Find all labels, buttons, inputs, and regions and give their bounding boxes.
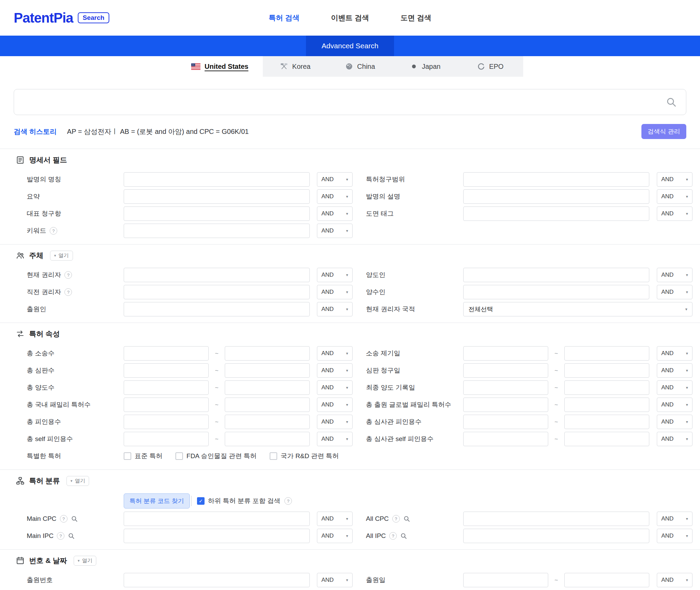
find-classification-code-button[interactable]: 특허 분류 코드 찾기 [124,493,190,509]
range-input-max[interactable] [564,398,649,412]
range-input-max[interactable] [225,398,310,412]
range-input-max[interactable] [564,346,649,361]
special-patent-checkbox[interactable]: 국가 R&D 관련 특허 [270,452,339,461]
range-input-min[interactable] [463,573,548,587]
range-input-max[interactable] [225,432,310,446]
search-icon[interactable] [666,97,677,108]
range-input-min[interactable] [124,415,209,429]
boolean-operator-select[interactable]: AND▾ [657,189,692,204]
range-input-min[interactable] [463,363,548,378]
boolean-operator-select[interactable]: AND▾ [317,432,353,446]
range-input-max[interactable] [564,363,649,378]
help-icon[interactable]: ? [392,515,400,523]
text-input[interactable] [124,285,310,299]
range-input-max[interactable] [564,415,649,429]
range-input-min[interactable] [124,432,209,446]
boolean-operator-select[interactable]: AND▾ [657,573,692,587]
find-code-search-icon[interactable] [400,532,407,539]
boolean-operator-select[interactable]: AND▾ [657,415,692,429]
range-input-max[interactable] [564,432,649,446]
main-search-input[interactable] [14,89,686,115]
range-input-max[interactable] [564,573,649,587]
advanced-search-tab[interactable]: Advanced Search [306,36,394,56]
boolean-operator-select[interactable]: AND▾ [317,573,353,587]
patentpia-logo[interactable]: PatentPia [14,10,73,26]
boolean-operator-select[interactable]: AND▾ [317,346,353,361]
text-input[interactable] [124,189,310,204]
text-input[interactable] [463,172,649,187]
boolean-operator-select[interactable]: AND▾ [657,346,692,361]
help-icon[interactable]: ? [64,288,72,296]
nav-item-0[interactable]: 특허 검색 [269,13,299,23]
boolean-operator-select[interactable]: AND▾ [657,268,692,282]
range-input-max[interactable] [225,363,310,378]
range-input-min[interactable] [124,398,209,412]
country-tab-korea[interactable]: Korea [263,56,328,77]
boolean-operator-select[interactable]: AND▾ [317,285,353,299]
boolean-operator-select[interactable]: AND▾ [657,206,692,221]
boolean-operator-select[interactable]: AND▾ [317,512,353,526]
boolean-operator-select[interactable]: AND▾ [317,363,353,378]
text-input[interactable] [463,189,649,204]
boolean-operator-select[interactable]: AND▾ [317,206,353,221]
find-code-search-icon[interactable] [68,532,75,539]
country-tab-japan[interactable]: Japan [393,56,458,77]
manage-search-queries-button[interactable]: 검색식 관리 [641,124,686,139]
range-input-min[interactable] [124,380,209,395]
section-open-toggle[interactable]: ▾열기 [50,251,73,261]
boolean-operator-select[interactable]: AND▾ [317,172,353,187]
boolean-operator-select[interactable]: AND▾ [657,380,692,395]
boolean-operator-select[interactable]: AND▾ [317,529,353,543]
section-open-toggle[interactable]: ▾열기 [74,556,97,566]
text-input[interactable] [463,206,649,221]
text-input[interactable] [463,529,649,543]
include-sub-classification-checkbox[interactable]: ✓하위 특허 분류 포함 검색 [197,497,280,505]
brand[interactable]: PatentPia Search [14,10,109,26]
boolean-operator-select[interactable]: AND▾ [657,363,692,378]
boolean-operator-select[interactable]: AND▾ [317,415,353,429]
boolean-operator-select[interactable]: AND▾ [317,224,353,238]
text-input[interactable] [124,206,310,221]
boolean-operator-select[interactable]: AND▾ [317,268,353,282]
text-input[interactable] [124,573,310,587]
text-input[interactable] [463,512,649,526]
boolean-operator-select[interactable]: AND▾ [657,285,692,299]
search-history-link[interactable]: 검색 히스토리 [14,127,57,136]
nationality-select[interactable]: 전체선택▾ [463,302,692,316]
range-input-min[interactable] [124,363,209,378]
nav-item-2[interactable]: 도면 검색 [401,13,431,23]
range-input-min[interactable] [463,432,548,446]
country-tab-epo[interactable]: EPO [458,56,523,77]
text-input[interactable] [124,302,310,316]
text-input[interactable] [463,285,649,299]
country-tab-china[interactable]: China [328,56,393,77]
help-icon[interactable]: ? [60,515,67,523]
find-code-search-icon[interactable] [71,515,78,522]
boolean-operator-select[interactable]: AND▾ [317,380,353,395]
boolean-operator-select[interactable]: AND▾ [657,432,692,446]
boolean-operator-select[interactable]: AND▾ [317,302,353,316]
boolean-operator-select[interactable]: AND▾ [317,189,353,204]
help-icon[interactable]: ? [389,532,397,540]
range-input-min[interactable] [463,415,548,429]
nav-item-1[interactable]: 이벤트 검색 [331,13,369,23]
text-input[interactable] [124,224,310,238]
find-code-search-icon[interactable] [403,515,410,522]
text-input[interactable] [124,268,310,282]
boolean-operator-select[interactable]: AND▾ [657,172,692,187]
range-input-min[interactable] [463,346,548,361]
help-icon[interactable]: ? [50,227,57,235]
range-input-max[interactable] [225,380,310,395]
special-patent-checkbox[interactable]: FDA 승인물질 관련 특허 [175,452,257,461]
text-input[interactable] [124,172,310,187]
text-input[interactable] [124,529,310,543]
boolean-operator-select[interactable]: AND▾ [317,398,353,412]
section-open-toggle[interactable]: ▾열기 [66,476,89,486]
boolean-operator-select[interactable]: AND▾ [657,529,692,543]
boolean-operator-select[interactable]: AND▾ [657,398,692,412]
help-icon[interactable]: ? [57,532,64,540]
help-icon[interactable]: ? [64,271,72,279]
range-input-max[interactable] [564,380,649,395]
range-input-min[interactable] [124,346,209,361]
special-patent-checkbox[interactable]: 표준 특허 [124,452,162,461]
